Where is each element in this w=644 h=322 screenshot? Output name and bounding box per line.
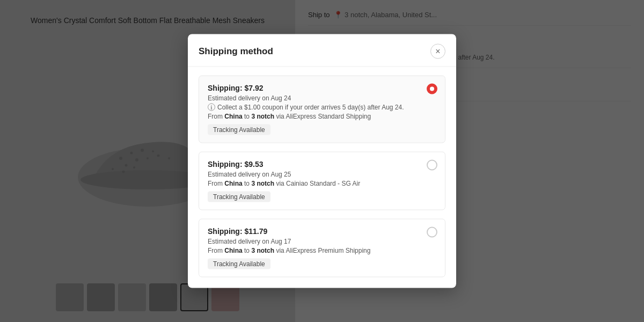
modal-close-button[interactable]: ×: [430, 44, 445, 59]
shipping-option-coupon-1: ℹCollect a $1.00 coupon if your order ar…: [208, 104, 436, 111]
shipping-option-delivery-3: Estimated delivery on Aug 17: [208, 238, 436, 245]
shipping-option-route-3: From China to 3 notch via AliExpress Pre…: [208, 247, 436, 254]
shipping-option-radio-1[interactable]: [427, 84, 437, 94]
modal-title: Shipping method: [199, 46, 273, 57]
shipping-option-1[interactable]: Shipping: $7.92Estimated delivery on Aug…: [199, 76, 445, 143]
shipping-option-route-2: From China to 3 notch via Cainiao Standa…: [208, 180, 436, 187]
shipping-option-price-1: Shipping: $7.92: [208, 84, 436, 92]
tracking-badge-2: Tracking Available: [208, 192, 270, 202]
coupon-text: Collect a $1.00 coupon if your order arr…: [217, 104, 404, 111]
shipping-option-radio-2[interactable]: [427, 160, 437, 171]
shipping-method-modal: Shipping method × Shipping: $7.92Estimat…: [188, 34, 456, 288]
shipping-option-3[interactable]: Shipping: $11.79Estimated delivery on Au…: [199, 219, 445, 277]
tracking-badge-1: Tracking Available: [208, 125, 270, 135]
shipping-option-price-3: Shipping: $11.79: [208, 227, 436, 236]
shipping-option-price-2: Shipping: $9.53: [208, 160, 436, 169]
modal-body: Shipping: $7.92Estimated delivery on Aug…: [188, 76, 456, 288]
shipping-option-route-1: From China to 3 notch via AliExpress Sta…: [208, 113, 436, 120]
shipping-option-delivery-1: Estimated delivery on Aug 24: [208, 94, 436, 102]
info-icon: ℹ: [208, 104, 215, 111]
tracking-badge-3: Tracking Available: [208, 259, 270, 269]
shipping-option-radio-3[interactable]: [427, 227, 437, 238]
shipping-option-delivery-2: Estimated delivery on Aug 25: [208, 171, 436, 178]
shipping-option-2[interactable]: Shipping: $9.53Estimated delivery on Aug…: [199, 152, 445, 210]
modal-header: Shipping method ×: [188, 34, 456, 67]
